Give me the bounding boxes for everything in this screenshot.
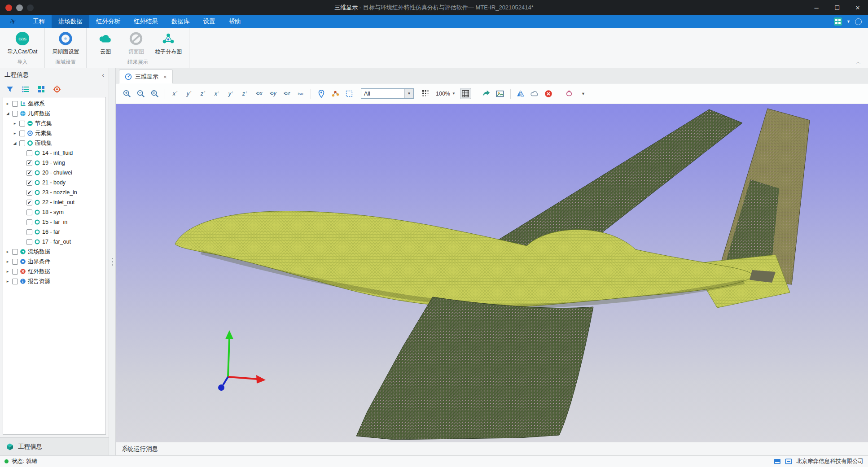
- zoom-fit-icon[interactable]: [149, 88, 160, 99]
- mirror-icon[interactable]: [515, 88, 526, 99]
- tree-item-report-resources[interactable]: ▸报告资源: [3, 276, 105, 286]
- cloud-display-icon[interactable]: [529, 88, 540, 99]
- tree-item-surface-15-far-in[interactable]: 15 - far_in: [3, 217, 105, 227]
- menu-tab-database[interactable]: 数据库: [165, 15, 197, 28]
- tree-checkbox-surface-14-int-fluid[interactable]: [26, 150, 32, 156]
- rotate-y-icon[interactable]: ⟲y: [267, 88, 278, 99]
- tree-checkbox-coord-system[interactable]: [12, 101, 18, 107]
- tree-checkbox-boundary-conditions[interactable]: [12, 259, 18, 265]
- tree-checkbox-surface-16-far[interactable]: [26, 229, 32, 235]
- tree-expander-icon[interactable]: ▸: [5, 269, 10, 274]
- rotate-x-icon[interactable]: ⟲x: [253, 88, 264, 99]
- cancel-icon[interactable]: [543, 88, 554, 99]
- viewport-3d[interactable]: [116, 104, 868, 442]
- view-iso-icon[interactable]: iso: [295, 88, 306, 99]
- account-circle-icon[interactable]: [855, 18, 862, 25]
- snapshot-icon[interactable]: [495, 88, 506, 99]
- tree-expander-icon[interactable]: ▸: [5, 249, 10, 254]
- tree-checkbox-surface-21-body[interactable]: ✓: [26, 180, 32, 186]
- tab-3d-view[interactable]: 三维显示 ×: [119, 70, 173, 83]
- tree-checkbox-report-resources[interactable]: [12, 279, 18, 284]
- tree-checkbox-node-set[interactable]: [19, 121, 25, 127]
- view-y-up-icon[interactable]: y↑: [184, 88, 195, 99]
- grid-view-icon[interactable]: [37, 85, 45, 93]
- tree-checkbox-surface-18-sym[interactable]: [26, 209, 32, 215]
- apps-grid-icon[interactable]: [834, 17, 842, 26]
- display-filter-combo[interactable]: All▼: [361, 88, 414, 99]
- tree-item-node-set[interactable]: ▸节点集: [3, 118, 105, 128]
- tree-item-boundary-conditions[interactable]: ▸边界条件: [3, 257, 105, 266]
- tree-item-surface-19-wing[interactable]: ✓19 - wing: [3, 158, 105, 168]
- tree-item-face-set[interactable]: ◢面线集: [3, 138, 105, 148]
- tree-checkbox-surface-19-wing[interactable]: ✓: [26, 160, 32, 166]
- tree-item-surface-16-far[interactable]: 16 - far: [3, 227, 105, 237]
- tree-checkbox-surface-15-far-in[interactable]: [26, 219, 32, 225]
- ribbon-button-particle-map[interactable]: 粒子分布图: [152, 30, 184, 57]
- section-bag-icon[interactable]: [564, 88, 575, 99]
- zoom-out-icon[interactable]: [135, 88, 146, 99]
- tree-expander-icon[interactable]: ▸: [12, 121, 18, 126]
- box-select-icon[interactable]: [343, 88, 355, 99]
- locate-icon[interactable]: [53, 85, 61, 93]
- panel-splitter[interactable]: [109, 68, 116, 455]
- menu-tab-settings[interactable]: 设置: [197, 15, 222, 28]
- menu-tab-ir-analysis[interactable]: 红外分析: [89, 15, 127, 28]
- close-button[interactable]: ✕: [847, 0, 868, 15]
- tree-item-geometry-data[interactable]: ◢几何数据: [3, 109, 105, 118]
- menu-tab-ir-results[interactable]: 红外结果: [127, 15, 165, 28]
- tree-checkbox-element-set[interactable]: [19, 131, 25, 136]
- tree-item-surface-14-int-fluid[interactable]: 14 - int_fluid: [3, 148, 105, 158]
- menu-dropdown-chevron-icon[interactable]: ▼: [846, 19, 850, 24]
- tree-item-element-set[interactable]: ▸元素集: [3, 128, 105, 138]
- export-arrow-icon[interactable]: [481, 88, 492, 99]
- ribbon-button-cloud-map[interactable]: 云图: [91, 30, 120, 57]
- rotate-z-icon[interactable]: ⟲z: [281, 88, 292, 99]
- list-view-icon[interactable]: [22, 85, 30, 93]
- window-dot-red-icon[interactable]: [5, 4, 12, 11]
- tree-item-coord-system[interactable]: ▸坐标系: [3, 99, 105, 109]
- filter-icon[interactable]: [6, 85, 14, 93]
- tree-item-infrared-data[interactable]: ▸红外数据: [3, 266, 105, 276]
- tree-item-surface-17-far-out[interactable]: 17 - far_out: [3, 237, 105, 247]
- tree-checkbox-face-set[interactable]: [19, 140, 25, 146]
- view-x-up-icon[interactable]: x↑: [170, 88, 181, 99]
- tree-item-surface-20-chuiwei[interactable]: ✓20 - chuiwei: [3, 168, 105, 178]
- ribbon-button-periodic-face-settings[interactable]: 周期面设置: [49, 30, 82, 57]
- combo-dropdown-icon[interactable]: ▼: [404, 89, 413, 98]
- minimize-button[interactable]: ─: [806, 0, 827, 15]
- halftone-icon[interactable]: [420, 88, 431, 99]
- tree-checkbox-infrared-data[interactable]: [12, 269, 18, 275]
- panel-footer-project-info[interactable]: 工程信息: [0, 437, 109, 455]
- tree-expander-icon[interactable]: ▸: [5, 259, 10, 264]
- pin-icon[interactable]: [316, 88, 327, 99]
- ribbon-button-import-cas-dat[interactable]: cas导入Cas/Dat: [4, 30, 40, 57]
- tree-item-flow-data[interactable]: ▸流场数据: [3, 247, 105, 257]
- tree-checkbox-geometry-data[interactable]: [12, 111, 18, 117]
- tree-expander-icon[interactable]: ◢: [12, 141, 18, 145]
- tree-item-surface-21-body[interactable]: ✓21 - body: [3, 178, 105, 188]
- view-z-up-icon[interactable]: z↑: [197, 88, 209, 99]
- view-x-down-icon[interactable]: x↓: [211, 88, 223, 99]
- tree-item-surface-18-sym[interactable]: 18 - sym: [3, 207, 105, 217]
- tree-item-surface-22-inlet-out[interactable]: ✓22 - inlet_out: [3, 197, 105, 207]
- tree-expander-icon[interactable]: ▸: [12, 131, 18, 135]
- view-z-down-icon[interactable]: z↓: [239, 88, 250, 99]
- tray-panel-icon[interactable]: [785, 458, 792, 465]
- tab-close-icon[interactable]: ×: [163, 74, 167, 80]
- zoom-in-icon[interactable]: [121, 88, 132, 99]
- window-dot-dark-icon[interactable]: [27, 4, 34, 11]
- window-dot-gray-icon[interactable]: [16, 4, 23, 11]
- menu-tab-project[interactable]: 工程: [26, 15, 52, 28]
- tree-checkbox-surface-20-chuiwei[interactable]: ✓: [26, 170, 32, 176]
- tree-checkbox-flow-data[interactable]: [12, 249, 18, 255]
- molecule-icon[interactable]: [329, 88, 341, 99]
- menu-tab-flow-data[interactable]: 流场数据: [52, 15, 89, 28]
- tree-expander-icon[interactable]: ▸: [5, 101, 10, 106]
- tree-checkbox-surface-17-far-out[interactable]: [26, 239, 32, 245]
- grid-display-icon[interactable]: [460, 88, 471, 99]
- tree-expander-icon[interactable]: ◢: [5, 111, 10, 116]
- tree-item-surface-23-nozzle-in[interactable]: ✓23 - nozzle_in: [3, 188, 105, 197]
- tree-checkbox-surface-23-nozzle-in[interactable]: ✓: [26, 190, 32, 196]
- chevron-down-icon[interactable]: ▼: [578, 88, 589, 99]
- tray-layout-icon[interactable]: [774, 458, 781, 465]
